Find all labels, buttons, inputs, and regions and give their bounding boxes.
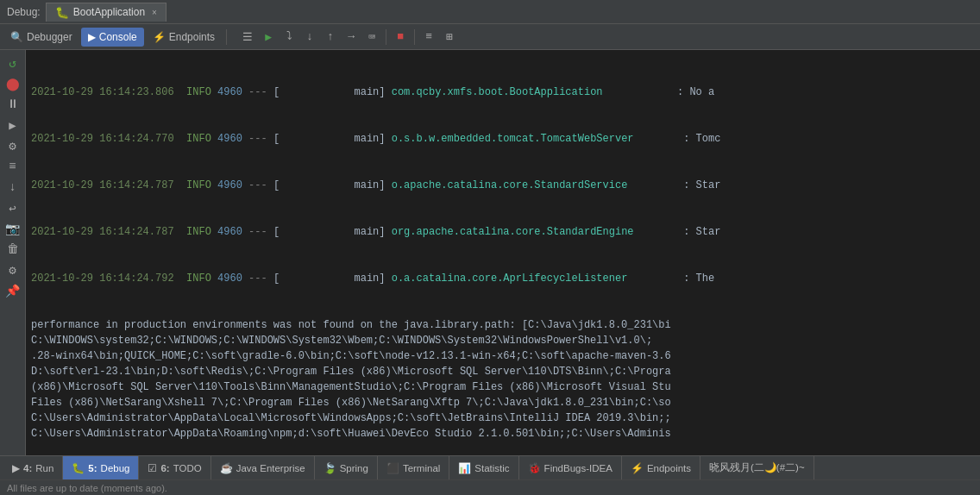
terminal-label: Terminal: [403, 463, 440, 473]
log-multiline: performance in production environments w…: [31, 317, 975, 442]
side-trash-btn[interactable]: 🗑: [2, 240, 24, 259]
bottom-tab-endpoints2[interactable]: ⚡ Endpoints: [622, 456, 700, 479]
run-num: 4:: [23, 463, 32, 473]
bottom-tab-run[interactable]: ▶ 4: Run: [3, 456, 63, 479]
debug-tab-name: BootApplication: [73, 6, 145, 18]
java-icon: ☕: [220, 462, 233, 474]
console-icon: ▶: [88, 31, 96, 43]
side-restart-btn[interactable]: ↺: [2, 53, 24, 72]
debug-icon: 🐛: [72, 462, 85, 474]
side-stop-btn[interactable]: ⬤: [2, 74, 24, 93]
terminal-icon: ⬛: [386, 462, 399, 474]
findbugs-label: FindBugs-IDEA: [544, 463, 612, 473]
log-line-5: 2021-10-29 16:14:24.792 INFO 4960 --- [ …: [31, 271, 975, 286]
run-icon: ▶: [12, 462, 20, 474]
bottom-tab-more[interactable]: 晓风残月(二🌙(#二)~: [700, 456, 814, 479]
bottom-tab-statistic[interactable]: 📊 Statistic: [449, 456, 518, 479]
side-gear-btn[interactable]: ⚙: [2, 260, 24, 279]
todo-num: 6:: [160, 463, 169, 473]
console-output[interactable]: 2021-10-29 16:14:23.806 INFO 4960 --- [ …: [26, 50, 980, 455]
side-pause-btn[interactable]: ⏸: [2, 95, 24, 114]
tab-endpoints-label: Endpoints: [169, 31, 215, 43]
bottom-tab-debug[interactable]: 🐛 5: Debug: [63, 456, 139, 479]
side-icons-panel: ↺ ⬤ ⏸ ▶ ⚙ ≡ ↓ ↩ 📷 🗑 ⚙ 📌: [0, 50, 26, 455]
side-wrap-btn[interactable]: ↩: [2, 198, 24, 217]
findbugs-icon: 🐞: [528, 462, 541, 474]
bottom-tab-findbugs[interactable]: 🐞 FindBugs-IDEA: [519, 456, 622, 479]
bottom-tab-spring[interactable]: 🍃 Spring: [315, 456, 378, 479]
pin-btn[interactable]: ⊞: [440, 28, 459, 47]
bottom-tab-bar: ▶ 4: Run 🐛 5: Debug ☑ 6: TODO ☕ Java Ent…: [0, 455, 980, 479]
stepinto-btn[interactable]: ↓: [300, 28, 319, 47]
debug-session-tab[interactable]: 🐛 BootApplication ×: [46, 3, 166, 22]
side-resume-btn[interactable]: ▶: [2, 116, 24, 135]
side-camera-btn[interactable]: 📷: [2, 219, 24, 238]
tab-console-label: Console: [99, 31, 137, 43]
tab-debugger-label: Debugger: [27, 31, 72, 43]
status-bar: All files are up to date (moments ago).: [0, 479, 980, 495]
threads-btn[interactable]: ≡: [419, 28, 438, 47]
toolbar-separator-3: [414, 29, 415, 45]
stepout-btn[interactable]: ↑: [321, 28, 340, 47]
side-scroll-btn[interactable]: ↓: [2, 178, 24, 197]
todo-label: TODO: [173, 463, 202, 473]
java-enterprise-label: Java Enterprise: [236, 463, 305, 473]
debug-tab-icon: 🐛: [55, 6, 69, 19]
todo-icon: ☑: [148, 462, 157, 474]
tab-console[interactable]: ▶ Console: [81, 28, 144, 47]
debug-label: Debug:: [7, 6, 41, 18]
debug-controls: ☰ ▶ ⤵ ↓ ↑ → ⌨ ■ ≡ ⊞: [238, 28, 459, 47]
log-line-1: 2021-10-29 16:14:23.806 INFO 4960 --- [ …: [31, 85, 975, 100]
endpoints2-icon: ⚡: [631, 462, 644, 474]
bottom-tab-todo[interactable]: ☑ 6: TODO: [139, 456, 210, 479]
spring-label: Spring: [340, 463, 368, 473]
debug-bar: Debug: 🐛 BootApplication ×: [0, 0, 980, 24]
eval-btn[interactable]: ⌨: [362, 28, 381, 47]
debugger-icon: 🔍: [10, 31, 23, 43]
log-line-4: 2021-10-29 16:14:24.787 INFO 4960 --- [ …: [31, 224, 975, 240]
spring-icon: 🍃: [324, 462, 336, 474]
side-filters-btn[interactable]: ≡: [2, 157, 24, 176]
bottom-tab-java-enterprise[interactable]: ☕ Java Enterprise: [211, 456, 315, 479]
side-pin-btn[interactable]: 📌: [2, 281, 24, 300]
debug-tab-close[interactable]: ×: [152, 8, 157, 17]
debug-label: Debug: [101, 463, 130, 473]
menu-btn[interactable]: ☰: [238, 28, 257, 47]
runto-btn[interactable]: →: [342, 28, 361, 47]
endpoints-icon: ⚡: [153, 31, 166, 43]
tab-debugger[interactable]: 🔍 Debugger: [3, 28, 79, 47]
more-label: 晓风残月(二🌙(#二)~: [709, 461, 805, 474]
resume-btn[interactable]: ▶: [259, 28, 278, 47]
side-settings-btn[interactable]: ⚙: [2, 136, 24, 155]
statistic-label: Statistic: [474, 463, 509, 473]
debug-num: 5:: [88, 463, 97, 473]
bottom-tab-terminal[interactable]: ⬛ Terminal: [378, 456, 449, 479]
log-line-2: 2021-10-29 16:14:24.770 INFO 4960 --- [ …: [31, 131, 975, 147]
stop-btn[interactable]: ■: [391, 28, 410, 47]
run-label: Run: [35, 463, 53, 473]
toolbar-separator-1: [226, 29, 227, 45]
toolbar: 🔍 Debugger ▶ Console ⚡ Endpoints ☰ ▶ ⤵ ↓…: [0, 24, 980, 50]
stepover-btn[interactable]: ⤵: [280, 28, 298, 47]
main-area: ↺ ⬤ ⏸ ▶ ⚙ ≡ ↓ ↩ 📷 🗑 ⚙ 📌 2021-10-29 16:14…: [0, 50, 980, 455]
endpoints2-label: Endpoints: [647, 463, 691, 473]
status-text: All files are up to date (moments ago).: [7, 483, 167, 493]
log-line-3: 2021-10-29 16:14:24.787 INFO 4960 --- [ …: [31, 178, 975, 193]
statistic-icon: 📊: [458, 462, 471, 474]
tab-endpoints[interactable]: ⚡ Endpoints: [146, 28, 222, 47]
toolbar-separator-2: [386, 29, 386, 45]
